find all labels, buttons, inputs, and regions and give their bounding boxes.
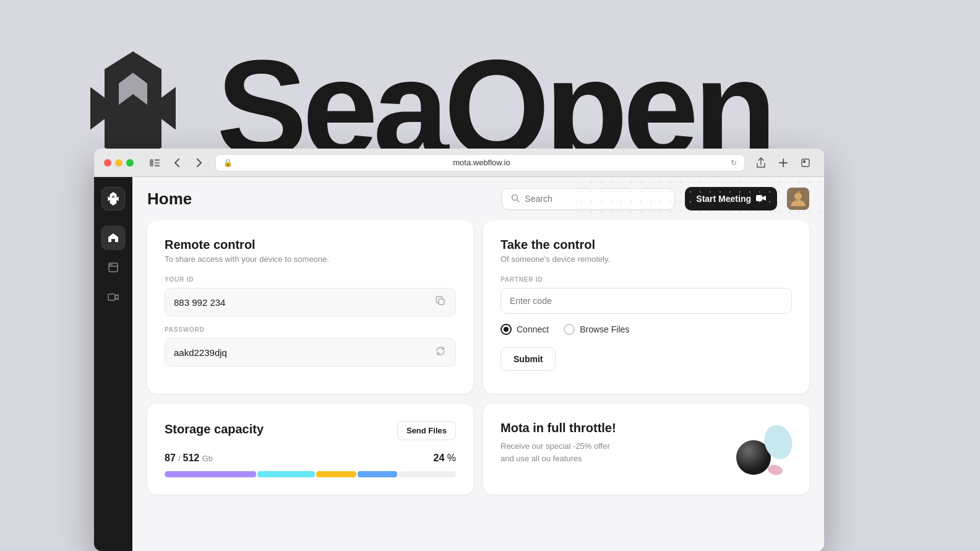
svg-point-8 [512, 194, 518, 200]
storage-numbers: 87 / 512 Gb 24 % [165, 453, 456, 464]
password-input[interactable] [174, 347, 429, 358]
used-num: 87 [165, 453, 176, 463]
svg-rect-9 [756, 195, 762, 201]
tabs-button[interactable] [797, 154, 814, 171]
take-control-title: Take the control [501, 238, 792, 252]
svg-rect-0 [150, 159, 153, 167]
refresh-password-button[interactable] [434, 345, 447, 360]
top-bar: Home Start Meeting [132, 177, 824, 220]
traffic-lights [104, 159, 134, 167]
storage-percent: 24 % [434, 453, 456, 464]
mota-decoration [716, 414, 797, 495]
bar-blue [358, 471, 398, 477]
pct-unit: % [447, 453, 456, 463]
search-icon [511, 194, 520, 204]
avatar[interactable] [787, 188, 809, 210]
address-url: mota.webflow.io [238, 158, 726, 167]
svg-rect-7 [108, 294, 115, 300]
remote-control-card: Remote control To share access with your… [147, 220, 473, 394]
submit-button[interactable]: Submit [501, 347, 556, 371]
sidebar-toggle-button[interactable] [146, 154, 163, 171]
send-files-button[interactable]: Send Files [397, 421, 456, 440]
camera-icon [756, 193, 766, 204]
sidebar-item-video[interactable] [101, 285, 126, 310]
page-title: Home [147, 189, 492, 209]
new-tab-button[interactable] [775, 154, 792, 171]
svg-point-11 [794, 193, 802, 200]
traffic-light-red[interactable] [104, 159, 111, 167]
send-files-label: Send Files [406, 426, 447, 435]
browser-chrome: 🔒 mota.webflow.io ↻ [94, 149, 824, 177]
take-control-card: Take the control Of someone's device rem… [483, 220, 809, 394]
browser-actions [752, 154, 814, 171]
share-button[interactable] [752, 154, 770, 171]
password-group: PASSWORD [165, 326, 456, 367]
main-content: Home Start Meeting [132, 177, 824, 551]
browser-window: 🔒 mota.webflow.io ↻ [94, 149, 824, 551]
address-bar[interactable]: 🔒 mota.webflow.io ↻ [215, 154, 745, 171]
traffic-light-yellow[interactable] [115, 159, 123, 167]
svg-rect-12 [439, 299, 444, 305]
bar-purple [165, 471, 256, 477]
bar-empty [398, 471, 456, 477]
refresh-icon: ↻ [731, 158, 737, 167]
sidebar-logo[interactable] [101, 187, 125, 210]
radio-options: Connect Browse Files [501, 324, 792, 335]
browser-controls [146, 154, 208, 171]
svg-rect-2 [155, 162, 160, 163]
sidebar [94, 177, 132, 551]
browse-files-label: Browse Files [580, 324, 629, 334]
sidebar-item-home[interactable] [101, 225, 126, 250]
app-layout: Home Start Meeting [94, 177, 824, 551]
remote-control-title: Remote control [165, 238, 456, 252]
storage-card: Storage capacity Send Files 87 / 512 Gb [147, 404, 473, 495]
total-num: 512 [183, 453, 199, 463]
connect-label: Connect [517, 324, 549, 334]
svg-point-15 [767, 464, 783, 476]
browse-files-option[interactable]: Browse Files [564, 324, 629, 335]
partner-id-label: PARTNER ID [501, 276, 792, 283]
storage-header: Storage capacity Send Files [165, 421, 456, 440]
connect-option[interactable]: Connect [501, 324, 549, 335]
svg-rect-3 [155, 165, 160, 167]
remote-control-subtitle: To share access with your device to some… [165, 254, 456, 264]
traffic-light-green[interactable] [126, 159, 134, 167]
sidebar-item-files[interactable] [101, 255, 126, 280]
mota-card: Mota in full throttle! Receive our speci… [483, 404, 809, 495]
bar-yellow [316, 471, 356, 477]
pct-num: 24 [434, 453, 445, 463]
password-label: PASSWORD [165, 326, 456, 333]
back-button[interactable] [168, 154, 186, 171]
cards-grid: Remote control To share access with your… [132, 220, 824, 510]
your-id-input-row [165, 288, 456, 316]
take-control-subtitle: Of someone's device remotely. [501, 254, 792, 264]
svg-rect-4 [802, 159, 809, 167]
search-bar[interactable] [502, 188, 675, 210]
storage-title: Storage capacity [165, 422, 264, 436]
start-meeting-label: Start Meeting [696, 194, 751, 204]
partner-id-input[interactable] [501, 288, 792, 314]
storage-bar [165, 471, 456, 477]
copy-id-button[interactable] [434, 295, 447, 310]
svg-rect-5 [803, 160, 806, 163]
forward-button[interactable] [191, 154, 208, 171]
start-meeting-button[interactable]: Start Meeting [685, 187, 777, 210]
svg-rect-1 [155, 159, 160, 161]
bar-cyan [257, 471, 315, 477]
password-input-row [165, 338, 456, 367]
browse-files-radio[interactable] [564, 324, 575, 335]
storage-used: 87 / 512 Gb [165, 453, 213, 464]
submit-label: Submit [514, 354, 543, 364]
lock-icon: 🔒 [223, 158, 233, 167]
your-id-input[interactable] [174, 297, 429, 308]
search-input[interactable] [525, 194, 666, 204]
your-id-group: YOUR ID [165, 276, 456, 316]
your-id-label: YOUR ID [165, 276, 456, 283]
unit-label: Gb [202, 454, 213, 463]
connect-radio[interactable] [501, 324, 512, 335]
